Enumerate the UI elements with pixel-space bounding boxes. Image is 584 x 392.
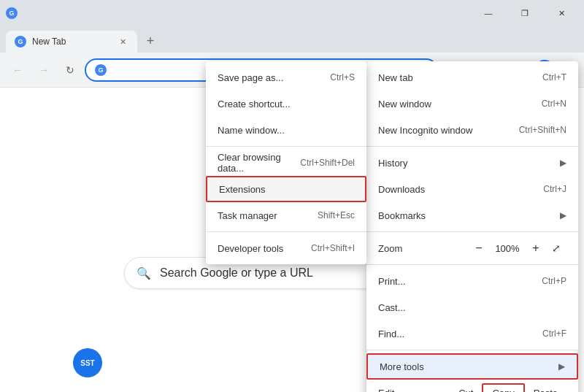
submenu-divider-1 bbox=[206, 146, 366, 147]
restore-button[interactable]: ❐ bbox=[508, 6, 542, 20]
submenu-dev-tools-shortcut: Ctrl+Shift+I bbox=[311, 243, 355, 253]
menu-divider-4 bbox=[366, 350, 578, 350]
menu-new-tab[interactable]: New tab Ctrl+T bbox=[366, 64, 578, 91]
chrome-menu: New tab Ctrl+T New window Ctrl+N New Inc… bbox=[366, 61, 578, 392]
cut-button[interactable]: Cut bbox=[450, 385, 482, 393]
edit-label: Edit bbox=[378, 388, 450, 393]
menu-print[interactable]: Print... Ctrl+P bbox=[366, 268, 578, 294]
copy-button[interactable]: Copy bbox=[482, 383, 524, 393]
menu-incognito[interactable]: New Incognito window Ctrl+Shift+N bbox=[366, 117, 578, 143]
menu-downloads-label: Downloads bbox=[378, 184, 543, 195]
menu-new-tab-label: New tab bbox=[378, 72, 542, 83]
menu-new-window-label: New window bbox=[378, 99, 542, 109]
menu-new-window-shortcut: Ctrl+N bbox=[542, 99, 566, 109]
submenu-divider-2 bbox=[206, 231, 366, 232]
menu-downloads-shortcut: Ctrl+J bbox=[543, 184, 566, 194]
zoom-value: 100% bbox=[489, 243, 526, 254]
google-favicon: G bbox=[95, 64, 107, 76]
menu-incognito-shortcut: Ctrl+Shift+N bbox=[519, 125, 566, 135]
search-icon: 🔍 bbox=[137, 266, 151, 280]
submenu-dev-tools[interactable]: Developer tools Ctrl+Shift+I bbox=[206, 235, 366, 261]
menu-history-label: History bbox=[378, 158, 554, 169]
submenu-task-manager[interactable]: Task manager Shift+Esc bbox=[206, 202, 366, 228]
submenu-clear-data-label: Clear browsing data... bbox=[218, 152, 300, 174]
menu-cast-label: Cast... bbox=[378, 302, 566, 313]
submenu-clear-data[interactable]: Clear browsing data... Ctrl+Shift+Del bbox=[206, 150, 366, 176]
submenu-name-window[interactable]: Name window... bbox=[206, 117, 366, 143]
menu-more-tools[interactable]: More tools ▶ bbox=[366, 353, 578, 380]
submenu-extensions-label: Extensions bbox=[219, 184, 353, 195]
menu-history-arrow: ▶ bbox=[560, 158, 566, 168]
new-tab-button[interactable]: + bbox=[140, 31, 161, 51]
edit-row: Edit Cut Copy Paste bbox=[366, 380, 578, 392]
submenu-task-manager-shortcut: Shift+Esc bbox=[318, 210, 355, 220]
submenu-task-manager-label: Task manager bbox=[218, 210, 318, 221]
close-button[interactable]: ✕ bbox=[545, 6, 578, 20]
menu-incognito-label: New Incognito window bbox=[378, 125, 519, 136]
menu-print-shortcut: Ctrl+P bbox=[542, 276, 566, 286]
chrome-logo: G bbox=[6, 7, 18, 19]
submenu-clear-data-shortcut: Ctrl+Shift+Del bbox=[300, 158, 355, 168]
menu-bookmarks-label: Bookmarks bbox=[378, 210, 554, 221]
zoom-row: Zoom − 100% + ⤢ bbox=[366, 235, 578, 261]
menu-cast[interactable]: Cast... bbox=[366, 294, 578, 320]
submenu-dev-tools-label: Developer tools bbox=[218, 243, 311, 254]
menu-bookmarks-arrow: ▶ bbox=[560, 210, 566, 220]
zoom-plus-button[interactable]: + bbox=[526, 238, 546, 258]
submenu-save-page-shortcut: Ctrl+S bbox=[330, 72, 355, 82]
zoom-label: Zoom bbox=[378, 243, 469, 254]
menu-print-label: Print... bbox=[378, 276, 542, 287]
submenu-name-window-label: Name window... bbox=[218, 125, 355, 136]
menu-new-window[interactable]: New window Ctrl+N bbox=[366, 91, 578, 117]
sst-button[interactable]: SST bbox=[73, 348, 102, 377]
menu-more-tools-label: More tools bbox=[380, 361, 553, 372]
menu-more-tools-arrow: ▶ bbox=[558, 361, 565, 372]
window-controls: — ❐ ✕ bbox=[472, 6, 578, 20]
tab-bar: G New Tab ✕ + bbox=[0, 26, 584, 53]
active-tab[interactable]: G New Tab ✕ bbox=[6, 31, 137, 53]
menu-divider-1 bbox=[366, 146, 578, 147]
menu-divider-3 bbox=[366, 264, 578, 265]
minimize-button[interactable]: — bbox=[472, 6, 505, 20]
submenu-save-page[interactable]: Save page as... Ctrl+S bbox=[206, 64, 366, 91]
menu-find[interactable]: Find... Ctrl+F bbox=[366, 320, 578, 347]
submenu-create-shortcut[interactable]: Create shortcut... bbox=[206, 91, 366, 117]
tab-title: New Tab bbox=[32, 36, 111, 47]
tab-favicon: G bbox=[15, 36, 26, 47]
title-bar: G — ❐ ✕ bbox=[0, 0, 584, 26]
menu-new-tab-shortcut: Ctrl+T bbox=[542, 72, 566, 82]
menu-bookmarks[interactable]: Bookmarks ▶ bbox=[366, 202, 578, 228]
submenu-create-shortcut-label: Create shortcut... bbox=[218, 99, 355, 109]
zoom-fullscreen-button[interactable]: ⤢ bbox=[546, 238, 566, 258]
menu-history[interactable]: History ▶ bbox=[366, 150, 578, 176]
more-tools-submenu: Save page as... Ctrl+S Create shortcut..… bbox=[206, 61, 366, 264]
menu-divider-2 bbox=[366, 231, 578, 232]
forward-button[interactable]: → bbox=[32, 58, 55, 82]
submenu-save-page-label: Save page as... bbox=[218, 72, 330, 83]
zoom-minus-button[interactable]: − bbox=[469, 238, 489, 258]
tab-close-button[interactable]: ✕ bbox=[117, 36, 128, 47]
menu-downloads[interactable]: Downloads Ctrl+J bbox=[366, 176, 578, 202]
submenu-extensions[interactable]: Extensions bbox=[206, 176, 366, 202]
back-button[interactable]: ← bbox=[6, 58, 29, 82]
refresh-button[interactable]: ↻ bbox=[58, 58, 82, 82]
paste-button[interactable]: Paste bbox=[525, 385, 566, 393]
menu-find-label: Find... bbox=[378, 328, 542, 339]
menu-find-shortcut: Ctrl+F bbox=[542, 328, 566, 339]
